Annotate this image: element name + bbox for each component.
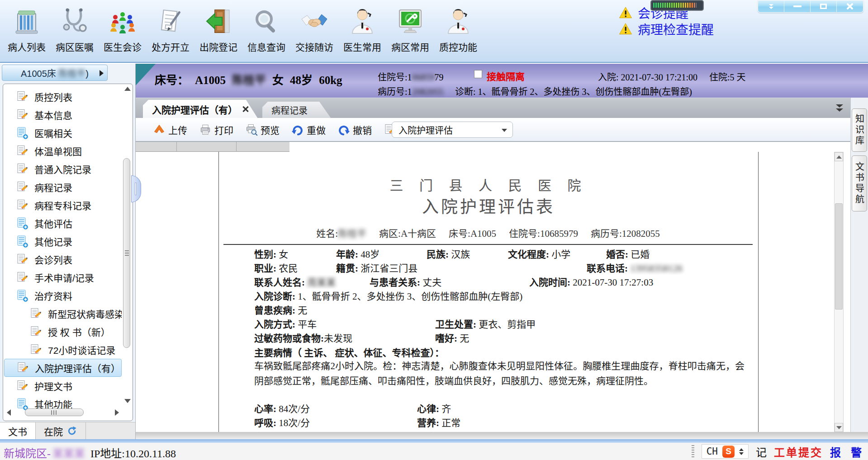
toolbar-item-info-query[interactable]: 信息查询: [242, 4, 290, 59]
tab-label: 文书: [8, 424, 27, 438]
scroll-up-button[interactable]: [835, 152, 843, 161]
toolbar-item-doctor-consult[interactable]: 医生会诊: [99, 4, 147, 59]
sidebar-item-order-related[interactable]: 医嘱相关: [4, 124, 122, 142]
sidebar-item-general-admission-record[interactable]: 普通入院记录: [4, 160, 122, 178]
sidebar: A1005床 陈桂平) 质控列表基本信息医嘱相关体温单视图普通入院记录病程记录病…: [0, 64, 136, 439]
refresh-icon[interactable]: [66, 426, 77, 437]
sidebar-item-qc-list[interactable]: 质控列表: [4, 88, 122, 106]
sidebar-item-label: 新型冠状病毒感染: [48, 307, 122, 320]
sidebar-item-authorization-new[interactable]: 授 权 书（新）: [4, 323, 122, 341]
alarm-button[interactable]: 报 警: [830, 444, 865, 460]
meter-bars: [653, 3, 697, 8]
sidebar-item-label: 医嘱相关: [34, 126, 72, 140]
pathology-alert-label: 病理检查提醒: [638, 20, 714, 38]
close-icon: [846, 3, 854, 10]
sidebar-item-consult-list[interactable]: 会诊列表: [4, 250, 122, 268]
tab-documents[interactable]: 文书: [0, 422, 36, 440]
window-collapse-button[interactable]: [758, 0, 784, 12]
status-left: 新城院区- 某某某 IP地址:10.20.11.88: [4, 445, 176, 460]
toolbar-item-label: 医生常用: [343, 40, 381, 53]
vtab-label: 文书导航: [853, 162, 866, 205]
ime-language-toggle[interactable]: CH: [707, 446, 718, 457]
window-minimize-button[interactable]: [784, 0, 811, 12]
sidebar-item-temperature-chart[interactable]: 体温单视图: [4, 142, 122, 160]
scroll-right-icon[interactable]: [115, 409, 119, 416]
scrollbar-thumb[interactable]: [835, 203, 843, 310]
print-button[interactable]: 打印: [199, 123, 233, 136]
scroll-left-icon[interactable]: [7, 409, 11, 416]
sogou-ime-icon[interactable]: S: [722, 446, 735, 458]
sidebar-vertical-scrollbar[interactable]: [123, 87, 131, 403]
grid-divider: [176, 142, 177, 152]
toolbar-item-label: 质控功能: [439, 40, 477, 53]
window-close-button[interactable]: [837, 0, 863, 12]
contact-isolation-checkbox[interactable]: [474, 70, 482, 78]
sidebar-item-covid-infection[interactable]: 新型冠状病毒感染: [4, 305, 122, 323]
sidebar-item-other-assessments[interactable]: 其他评估: [4, 214, 122, 232]
template-select[interactable]: 入院护理评估: [392, 122, 513, 138]
bed-selector-label: A1005床 陈桂平): [21, 66, 89, 80]
toolbar-item-discharge-register[interactable]: 出院登记: [194, 4, 242, 59]
viewer-vertical-scrollbar[interactable]: [834, 152, 844, 432]
sidebar-item-admission-nursing-assessment[interactable]: 入院护理评估（有）: [4, 359, 122, 377]
scroll-down-icon[interactable]: [124, 399, 131, 403]
toolbar-item-prescription[interactable]: 处方开立: [147, 4, 194, 59]
vtab-doc-navigation[interactable]: 文书导航: [852, 155, 867, 211]
sidebar-item-basic-info[interactable]: 基本信息: [4, 106, 122, 124]
doc-field: 年龄: 48岁: [336, 247, 427, 260]
toolbar-item-ward-common[interactable]: 病区常用: [386, 4, 434, 59]
toolbar-item-doctor-common[interactable]: 医生常用: [338, 4, 386, 59]
tab-in-hospital[interactable]: 在院: [36, 422, 86, 440]
preview-button[interactable]: 预览: [245, 123, 280, 136]
upload-button[interactable]: 上传: [153, 123, 187, 136]
door-icon: [204, 7, 233, 36]
document-page[interactable]: 三 门 县 人 民 医 院 入院护理评估表 姓名:陈桂平病区:A十病区床号:A1…: [218, 152, 759, 432]
undo-button[interactable]: 撤销: [337, 123, 372, 136]
vtab-knowledge-base[interactable]: 知识库: [852, 108, 867, 152]
doc-row: 过敏药物或食物:未发现嗜好: 无: [254, 331, 748, 345]
sidebar-item-treatment-data[interactable]: 治疗资料: [4, 286, 122, 305]
doc-field: 联系人姓名: 周某某: [254, 275, 370, 288]
doc-field: 心律: 齐: [417, 401, 451, 415]
tab-close-icon[interactable]: [242, 106, 249, 113]
group-icon: [108, 7, 137, 36]
scrollbar-thumb[interactable]: [123, 158, 130, 348]
sidebar-item-specialty-progress-notes[interactable]: 病程专科记录: [4, 196, 122, 214]
sidebar-item-other-records[interactable]: 其他记录: [4, 232, 122, 250]
tab-overflow-button[interactable]: [836, 104, 843, 112]
window-controls: [758, 0, 863, 13]
toolbar-item-label: 病区医嘱: [56, 40, 94, 53]
bed-selector-button[interactable]: A1005床 陈桂平): [2, 65, 108, 81]
sidebar-item-nursing-documents[interactable]: 护理文书: [4, 377, 122, 395]
sidebar-item-label: 手术申请/记录: [34, 271, 94, 284]
tab-admission-nursing-assessment[interactable]: 入院护理评估（有）: [143, 100, 258, 118]
doctor-icon: [348, 7, 377, 36]
emr-application-window: 病人列表病区医嘱医生会诊处方开立出院登记信息查询交接随访医生常用病区常用质控功能…: [0, 0, 868, 460]
right-side-strip: 知识库 文书导航: [850, 98, 868, 432]
ime-expand-icon[interactable]: [739, 448, 744, 455]
scrollbar-thumb[interactable]: [25, 408, 84, 416]
doc-row: 入院方式: 平车卫生处置: 更衣、剪指甲: [254, 317, 748, 331]
toolbar-item-qc-functions[interactable]: 质控功能: [434, 4, 482, 59]
toolbar-item-patient-list[interactable]: 病人列表: [3, 4, 51, 59]
doc-row: 职业: 农民籍贯: 浙江省三门县联系电话: 13958358126: [254, 261, 748, 275]
tab-progress-notes[interactable]: 病程记录: [262, 102, 331, 118]
document-fields-vitals: 心率: 84次/分心律: 齐呼吸: 18次/分营养: 正常食欲: 正常饮食: 普…: [254, 401, 748, 432]
scroll-down-button[interactable]: [835, 423, 843, 432]
medical-record-number: 病历号:12082055: [378, 84, 444, 98]
sidebar-horizontal-scrollbar[interactable]: [7, 408, 119, 417]
pathology-alert[interactable]: 病理检查提醒: [619, 20, 714, 38]
ticket-submit-button[interactable]: 工单提交: [774, 444, 823, 460]
chevron-double-down-icon: [769, 4, 773, 9]
window-maximize-button[interactable]: [811, 0, 837, 12]
toolbar-item-ward-orders[interactable]: 病区医嘱: [51, 4, 99, 59]
monitor-icon: [396, 7, 425, 36]
sidebar-item-surgery-request-record[interactable]: 手术申请/记录: [4, 268, 122, 286]
scroll-up-icon[interactable]: [124, 87, 131, 91]
toolbar-item-handover-followup[interactable]: 交接随访: [290, 4, 338, 59]
sidebar-item-progress-notes[interactable]: 病程记录: [4, 178, 122, 196]
edit-doc-icon: [16, 199, 28, 211]
redo-button[interactable]: 重做: [291, 123, 326, 136]
sidebar-item-label: 质控列表: [34, 90, 72, 103]
sidebar-item-talk-record-72h[interactable]: 72小时谈话记录: [4, 341, 122, 359]
